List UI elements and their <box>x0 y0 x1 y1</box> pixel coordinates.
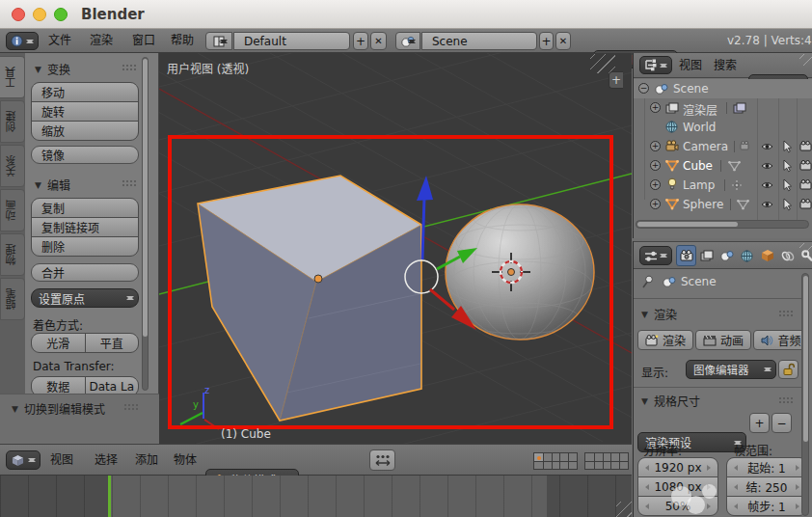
hide-eye-icon[interactable] <box>761 200 773 209</box>
delete-scene-button[interactable]: ✕ <box>555 32 571 50</box>
join-button[interactable]: 合并 <box>31 263 139 282</box>
outliner-row-world[interactable]: World <box>634 118 812 137</box>
outliner-row-scene[interactable]: − Scene <box>634 79 812 98</box>
panel-header-dimensions[interactable]: ▼ 规格尺寸 <box>641 393 700 409</box>
expand-expander-icon[interactable]: + <box>650 160 661 171</box>
layers-widget-group1[interactable] <box>533 452 578 470</box>
outliner-row-cube[interactable]: + Cube <box>634 156 812 176</box>
cube-mesh[interactable] <box>198 176 421 421</box>
panel-drag-grip[interactable] <box>123 403 139 411</box>
viewport-menu-view[interactable]: 视图 <box>50 445 73 476</box>
tab-scene[interactable] <box>717 245 737 266</box>
editor-type-button-3dview[interactable] <box>6 450 41 470</box>
minimize-window-button[interactable] <box>33 8 46 21</box>
editor-type-button-outliner[interactable] <box>639 56 672 74</box>
panel-header-transform[interactable]: ▼ 变换 <box>35 61 70 77</box>
selectable-cursor-icon[interactable] <box>783 159 793 173</box>
resolution-x-field[interactable]: 1920 px <box>638 458 717 476</box>
outliner-menu-search[interactable]: 搜索 <box>714 53 737 78</box>
viewport-3d[interactable] <box>159 53 632 444</box>
delete-button[interactable]: 删除 <box>32 237 138 256</box>
scale-button[interactable]: 缩放 <box>32 122 138 140</box>
menu-help[interactable]: 帮助 <box>171 29 194 53</box>
display-dropdown[interactable]: 图像编辑器 <box>686 360 776 379</box>
timeline-region[interactable] <box>0 476 632 517</box>
corner-resize-grip[interactable] <box>616 502 632 517</box>
panel-header-edit[interactable]: ▼ 编辑 <box>35 177 70 193</box>
tab-render[interactable] <box>676 245 696 266</box>
close-window-button[interactable] <box>12 8 25 21</box>
viewport-menu-object[interactable]: 物体 <box>174 445 197 476</box>
frame-end-field[interactable]: 结: 250 <box>727 477 806 496</box>
panel-drag-grip[interactable] <box>122 64 137 71</box>
expand-expander-icon[interactable]: + <box>650 199 661 209</box>
add-preset-button[interactable]: + <box>749 413 770 433</box>
editor-type-button-info[interactable] <box>6 32 39 50</box>
outliner-row-camera[interactable]: + Camera <box>634 137 812 156</box>
shelf-tab-create[interactable]: 创建 <box>0 100 25 143</box>
expand-expander-icon[interactable]: + <box>650 179 661 190</box>
frame-step-field[interactable]: 帧步: 1 <box>727 497 806 515</box>
shade-flat-button[interactable]: 平直 <box>86 334 139 352</box>
corner-resize-grip[interactable] <box>799 54 812 66</box>
tab-constraints[interactable] <box>777 245 798 266</box>
tab-render-layers[interactable] <box>696 245 717 266</box>
viewport-canvas[interactable] <box>159 53 632 444</box>
remove-preset-button[interactable]: − <box>771 413 792 433</box>
mirror-button[interactable]: 镜像 <box>31 146 139 164</box>
duplicate-button[interactable]: 复制 <box>32 199 138 217</box>
shelf-tab-tools[interactable]: 工具 <box>0 56 25 98</box>
menu-render[interactable]: 渲染 <box>90 29 113 53</box>
layers-widget-group2[interactable] <box>584 452 629 470</box>
translate-button[interactable]: 移动 <box>32 83 138 101</box>
selectable-cursor-icon[interactable] <box>783 178 793 192</box>
outliner-row-sphere[interactable]: + Sphere <box>634 195 812 214</box>
expand-expander-icon[interactable]: + <box>650 141 661 151</box>
hide-eye-icon[interactable] <box>761 161 773 171</box>
outliner-row-lamp[interactable]: + Lamp <box>634 176 812 195</box>
shelf-tab-relations[interactable]: 关系 <box>0 145 25 187</box>
screen-layout-icon-button[interactable] <box>205 32 232 50</box>
menu-window[interactable]: 窗口 <box>132 29 155 53</box>
current-frame-marker[interactable] <box>108 476 111 517</box>
panel-drag-grip[interactable] <box>778 310 794 317</box>
viewport-menu-add[interactable]: 添加 <box>135 445 158 476</box>
render-still-button[interactable]: 渲染 <box>637 330 693 350</box>
frame-start-field[interactable]: 起始: 1 <box>727 458 806 476</box>
menu-file[interactable]: 文件 <box>48 29 71 53</box>
selectable-cursor-icon[interactable] <box>783 198 793 211</box>
panel-header-render[interactable]: ▼ 渲染 <box>641 306 677 322</box>
properties-region-expand-tab[interactable]: + <box>609 71 623 89</box>
shelf-tab-physics[interactable]: 物理 <box>0 233 25 276</box>
editor-type-button-properties[interactable] <box>639 246 672 265</box>
corner-resize-grip[interactable] <box>590 54 615 73</box>
screen-layout-name-field[interactable]: Default <box>233 32 350 50</box>
scene-name-field[interactable]: Scene <box>421 32 537 50</box>
duplicate-linked-button[interactable]: 复制链接项 <box>32 218 138 236</box>
zoom-window-button[interactable] <box>54 8 68 21</box>
outliner-menu-view[interactable]: 视图 <box>679 53 702 78</box>
panel-drag-grip[interactable] <box>778 396 794 404</box>
add-scene-button[interactable]: + <box>539 32 554 50</box>
add-layout-button[interactable]: + <box>353 32 368 50</box>
collapse-expander-icon[interactable]: − <box>638 83 649 94</box>
hide-eye-icon[interactable] <box>761 142 773 151</box>
render-restrict-camera-icon[interactable] <box>799 160 812 171</box>
render-restrict-camera-icon[interactable] <box>799 199 812 209</box>
hide-eye-icon[interactable] <box>761 180 773 190</box>
render-restrict-camera-icon[interactable] <box>799 141 812 151</box>
outliner-hscrollbar[interactable] <box>636 220 809 229</box>
viewport-menu-select[interactable]: 选择 <box>95 445 118 476</box>
tab-world[interactable] <box>737 245 757 266</box>
selectable-cursor-icon[interactable] <box>783 140 793 153</box>
tab-object[interactable] <box>757 245 777 266</box>
panel-drag-grip[interactable] <box>122 179 137 187</box>
corner-resize-grip[interactable] <box>799 243 812 253</box>
properties-scrollbar[interactable] <box>801 273 809 516</box>
outliner-row-renderlayers[interactable]: + 渲染层 <box>634 98 812 118</box>
lock-interface-button[interactable] <box>778 360 798 379</box>
render-animation-button[interactable]: 动画 <box>695 330 751 350</box>
render-restrict-camera-icon[interactable] <box>799 179 812 190</box>
shelf-tab-grease-pencil[interactable]: 蜡笔 <box>0 278 25 320</box>
operator-panel-header[interactable]: ▼ 切换到编辑模式 <box>12 400 105 417</box>
